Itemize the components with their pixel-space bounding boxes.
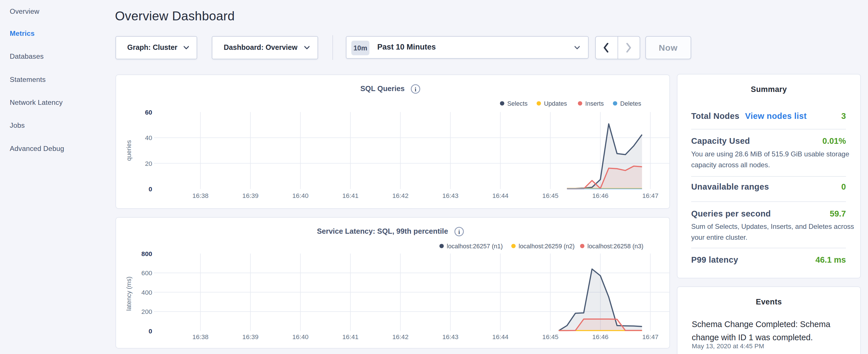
svg-text:i: i — [415, 86, 416, 93]
svg-text:16:39: 16:39 — [242, 192, 259, 199]
svg-text:Deletes: Deletes — [620, 100, 641, 107]
svg-text:i: i — [458, 229, 460, 235]
svg-text:16:44: 16:44 — [492, 333, 509, 341]
svg-text:0: 0 — [149, 186, 152, 193]
svg-text:queries: queries — [125, 140, 132, 161]
svg-text:localhost:26257 (n1): localhost:26257 (n1) — [447, 243, 503, 250]
svg-text:16:41: 16:41 — [342, 333, 359, 341]
svg-text:200: 200 — [142, 308, 152, 315]
svg-text:16:43: 16:43 — [442, 333, 459, 341]
svg-text:800: 800 — [142, 250, 152, 257]
svg-text:16:38: 16:38 — [192, 333, 209, 341]
svg-text:localhost:26258 (n3): localhost:26258 (n3) — [587, 243, 644, 250]
svg-text:60: 60 — [145, 108, 152, 116]
svg-text:16:46: 16:46 — [592, 192, 609, 199]
svg-text:16:42: 16:42 — [392, 192, 409, 199]
svg-text:16:47: 16:47 — [642, 333, 658, 341]
svg-text:16:45: 16:45 — [542, 192, 559, 199]
svg-text:400: 400 — [142, 289, 152, 296]
svg-text:16:42: 16:42 — [392, 333, 409, 341]
svg-text:16:40: 16:40 — [292, 192, 309, 199]
svg-text:latency (ms): latency (ms) — [125, 277, 132, 311]
svg-text:40: 40 — [145, 134, 152, 141]
svg-text:0: 0 — [149, 327, 152, 334]
svg-text:16:47: 16:47 — [642, 192, 658, 199]
svg-text:600: 600 — [142, 269, 152, 277]
svg-text:16:43: 16:43 — [442, 192, 459, 199]
svg-text:Service Latency: SQL, 99th per: Service Latency: SQL, 99th percentile — [317, 227, 448, 235]
svg-text:16:45: 16:45 — [542, 333, 559, 341]
svg-text:SQL Queries: SQL Queries — [361, 85, 405, 93]
svg-text:Selects: Selects — [507, 100, 528, 107]
svg-text:Updates: Updates — [544, 100, 567, 107]
svg-text:16:44: 16:44 — [492, 192, 509, 199]
svg-text:16:39: 16:39 — [242, 333, 259, 341]
svg-text:16:38: 16:38 — [192, 192, 209, 199]
svg-text:20: 20 — [145, 160, 152, 167]
svg-text:16:41: 16:41 — [342, 192, 359, 199]
svg-text:16:46: 16:46 — [592, 333, 609, 341]
svg-text:localhost:26259 (n2): localhost:26259 (n2) — [519, 243, 575, 250]
svg-text:16:40: 16:40 — [292, 333, 309, 341]
svg-text:Inserts: Inserts — [585, 100, 604, 107]
